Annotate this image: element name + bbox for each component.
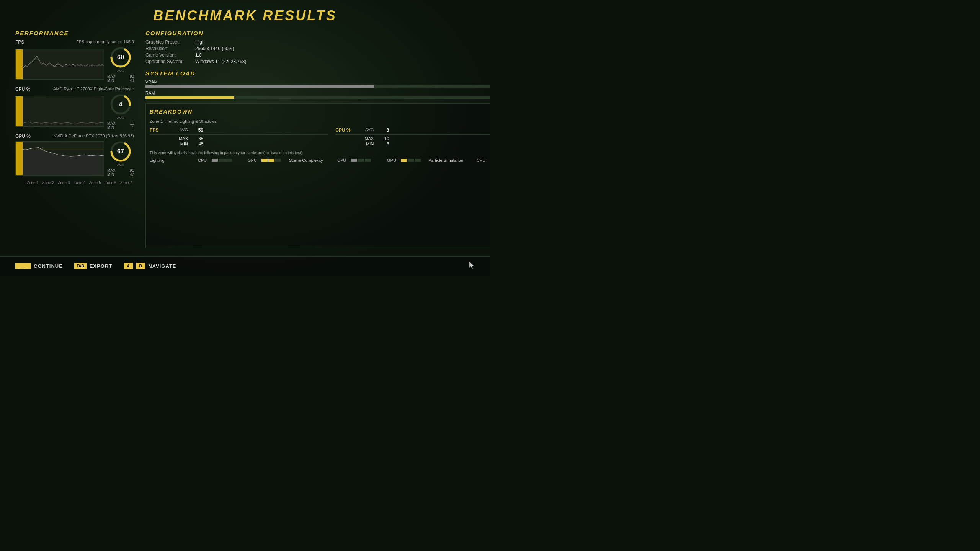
performance-label: PERFORMANCE xyxy=(15,30,134,36)
config-title: CONFIGURATION xyxy=(145,30,490,36)
impact-particle-cpu: Particle Simulation CPU GPU xyxy=(428,158,490,163)
impact-scene-cpu: Scene Complexity CPU GPU xyxy=(289,158,421,163)
gpu-avg-value: 67 xyxy=(109,140,132,163)
fps-label-row: FPS FPS cap currently set to: 165.0 xyxy=(15,39,134,45)
gpu-gauge: 67 AVG MAX91 MIN47 xyxy=(107,140,134,177)
cpu-label-row: CPU % AMD Ryzen 7 2700X Eight-Core Proce… xyxy=(15,86,134,92)
right-column: CONFIGURATION Graphics Preset: High Reso… xyxy=(145,30,490,248)
gpu-name: NVIDIA GeForce RTX 2070 (Driver:526.98) xyxy=(53,134,134,139)
cpu-stats: MAX11 MIN1 xyxy=(107,121,134,130)
config-row-os: Operating System: Windows 11 (22623.768) xyxy=(145,59,490,64)
configuration-section: CONFIGURATION Graphics Preset: High Reso… xyxy=(145,30,490,65)
fps-cap-text: FPS cap currently set to: 165.0 xyxy=(76,39,134,45)
cpu-avg-value: 4 xyxy=(109,93,132,116)
system-load-content: VRAM (3.49 / 7.09 GB) RAM (6.05 / 31.94 … xyxy=(145,80,490,99)
cpu-chart-row: 4 AVG MAX11 MIN1 xyxy=(15,93,134,130)
cpu-label: CPU % xyxy=(15,86,30,92)
fps-chart xyxy=(15,49,104,80)
fps-avg-value: 60 xyxy=(109,46,132,69)
cpu-gauge: 4 AVG MAX11 MIN1 xyxy=(107,93,134,130)
config-row-res: Resolution: 980 x 551 (50%) xyxy=(145,46,490,51)
gpu-chart xyxy=(15,141,104,176)
fps-stats: MAX90 MIN43 xyxy=(107,74,134,83)
impact-text: This zone will typically have the follow… xyxy=(150,151,490,155)
fps-gauge: 60 AVG MAX90 MIN43 xyxy=(107,46,134,83)
breakdown-header: BREAKDOWN ZONE ‹ 1 2 3 4 5 6 7 › xyxy=(150,108,490,116)
gpu-chart-row: 67 AVG MAX91 MIN47 xyxy=(15,140,134,177)
svg-rect-3 xyxy=(16,96,21,126)
breakdown-fps: FPS AVG 59 MAX 65 MIN 48 xyxy=(150,127,328,147)
stats-cols: FPS AVG 59 MAX 65 MIN 48 xyxy=(150,127,490,147)
top-right: CONFIGURATION Graphics Preset: High Reso… xyxy=(145,30,490,65)
vram-load: VRAM (3.49 / 7.09 GB) xyxy=(145,80,490,88)
gpu-label-row: GPU % NVIDIA GeForce RTX 2070 (Driver:52… xyxy=(15,134,134,139)
impact-rows: Lighting CPU GPU xyxy=(150,158,490,164)
gpu-label: GPU % xyxy=(15,134,31,139)
breakdown-section: BREAKDOWN ZONE ‹ 1 2 3 4 5 6 7 › Zone 1 xyxy=(145,103,490,248)
system-load-title: SYSTEM LOAD xyxy=(145,70,490,77)
svg-rect-0 xyxy=(16,49,21,79)
page-title: BENCHMARK RESULTS xyxy=(15,8,475,24)
breakdown-cpu: CPU % AVG 8 MAX 10 MIN 6 xyxy=(335,127,490,147)
cpu-chart xyxy=(15,96,104,127)
zone-theme: Zone 1 Theme: Lighting & Shadows xyxy=(150,119,490,124)
gpu-stats: MAX91 MIN47 xyxy=(107,168,134,177)
config-row-version: Game Version: 1.0 xyxy=(145,52,490,58)
config-row-preset: Graphics Preset: High xyxy=(145,39,490,45)
fps-label: FPS xyxy=(15,39,24,45)
breakdown-title: BREAKDOWN xyxy=(150,109,193,115)
svg-rect-6 xyxy=(16,142,21,175)
cpu-processor: AMD Ryzen 7 2700X Eight-Core Processor xyxy=(53,86,134,92)
fps-chart-row: 60 AVG MAX90 MIN43 xyxy=(15,46,134,83)
performance-section: PERFORMANCE FPS FPS cap currently set to… xyxy=(15,30,134,248)
impact-lighting-cpu: Lighting CPU GPU xyxy=(150,158,281,163)
svg-marker-8 xyxy=(22,148,104,175)
ram-load: RAM (6.05 / 31.94 GB) xyxy=(145,91,490,99)
system-load-section: SYSTEM LOAD VRAM (3.49 / 7.09 GB) xyxy=(145,70,490,99)
zone-labels: Zone 1 Zone 2 Zone 3 Zone 4 Zone 5 Zone … xyxy=(15,181,134,185)
